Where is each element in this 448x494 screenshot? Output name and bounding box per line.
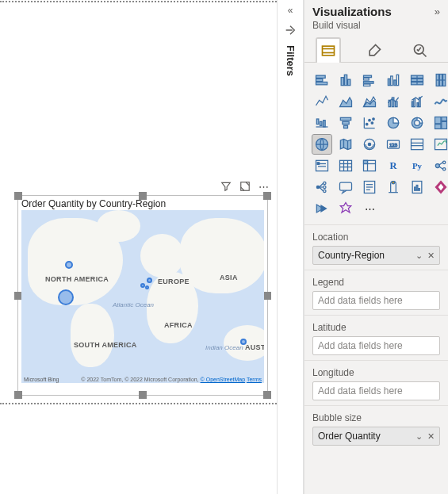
- map-bubble[interactable]: [65, 261, 73, 269]
- field-well[interactable]: Order Quantity ⌄ ✕: [312, 427, 440, 446]
- chart-type-line-clustered-column[interactable]: [408, 92, 427, 111]
- expand-filters-icon[interactable]: «: [288, 5, 293, 16]
- filter-icon[interactable]: [220, 181, 232, 194]
- chart-type-slicer[interactable]: [312, 156, 331, 175]
- chart-type-paginated[interactable]: [408, 178, 427, 197]
- label-south-america: SOUTH AMERICA: [74, 341, 137, 349]
- svg-point-85: [324, 182, 326, 184]
- remove-field-icon[interactable]: ✕: [427, 251, 435, 261]
- chart-type-app-source[interactable]: [336, 199, 355, 218]
- chart-type-line-stacked-column[interactable]: [384, 92, 403, 111]
- chart-type-map[interactable]: [312, 135, 331, 154]
- chart-type-scatter[interactable]: [360, 113, 379, 132]
- chevron-down-icon[interactable]: ⌄: [415, 431, 423, 442]
- chart-type-ribbon[interactable]: [431, 92, 448, 111]
- label-australia: AUSTR: [245, 343, 264, 351]
- resize-handle[interactable]: [139, 391, 147, 399]
- chart-type-pie[interactable]: [384, 113, 403, 132]
- map-body[interactable]: NORTH AMERICA SOUTH AMERICA EUROPE AFRIC…: [21, 210, 264, 383]
- chart-type-power-automate[interactable]: [312, 199, 331, 218]
- map-visual[interactable]: Order Quantity by Country-Region NORTH A…: [17, 195, 268, 396]
- chart-type-goals[interactable]: [384, 178, 403, 197]
- chart-type-stacked-area[interactable]: [360, 92, 379, 111]
- bing-brand: Microsoft Bing: [24, 377, 59, 382]
- field-well[interactable]: Add data fields here: [312, 336, 440, 355]
- chart-type-arcgis[interactable]: [360, 135, 379, 154]
- resize-handle[interactable]: [139, 192, 147, 200]
- chart-type-stacked-column[interactable]: [336, 71, 355, 90]
- land-europe: [140, 234, 184, 278]
- filters-label[interactable]: Filters: [285, 45, 297, 76]
- chart-type-card[interactable]: 123: [384, 135, 403, 154]
- chart-type-matrix[interactable]: [360, 156, 379, 175]
- map-bubble[interactable]: [147, 278, 152, 283]
- chart-type-area[interactable]: [336, 92, 355, 111]
- more-visuals-icon[interactable]: ⋯: [360, 199, 379, 218]
- svg-rect-6: [316, 75, 326, 78]
- svg-rect-13: [364, 79, 370, 81]
- chart-type-treemap[interactable]: [431, 113, 448, 132]
- chart-type-key-influencers[interactable]: [431, 156, 448, 175]
- svg-rect-41: [344, 125, 348, 128]
- svg-text:R: R: [389, 160, 397, 171]
- svg-rect-91: [340, 182, 352, 190]
- chart-type-python-visual[interactable]: Py: [408, 156, 427, 175]
- chart-type-stacked-bar[interactable]: [312, 71, 331, 90]
- field-label: Bubble size: [312, 412, 440, 423]
- chart-type-clustered-bar[interactable]: [360, 71, 379, 90]
- attrib-terms-link[interactable]: Terms: [247, 377, 262, 382]
- attrib-osm-link[interactable]: © OpenStreetMap: [201, 377, 246, 382]
- land-south-america: [71, 304, 114, 367]
- chart-type-table[interactable]: [336, 156, 355, 175]
- svg-point-86: [324, 186, 326, 188]
- chart-type-stacked-bar-100[interactable]: [408, 71, 427, 90]
- chart-type-narrative[interactable]: [360, 178, 379, 197]
- report-canvas[interactable]: ⋯ Order Quantity by Country-Region NORTH…: [0, 0, 277, 494]
- chart-type-stacked-column-100[interactable]: [431, 71, 448, 90]
- svg-rect-60: [412, 139, 423, 149]
- map-bubble[interactable]: [240, 339, 247, 345]
- map-bubble[interactable]: [145, 285, 149, 289]
- field-label: Location: [312, 232, 440, 243]
- remove-field-icon[interactable]: ✕: [427, 431, 435, 442]
- chart-type-power-apps[interactable]: [431, 178, 448, 197]
- visualizations-pane: Visualizations » Build visual 123RPy⋯ Lo…: [304, 0, 448, 494]
- collapse-pane-icon[interactable]: »: [435, 6, 440, 17]
- focus-mode-icon[interactable]: [239, 181, 251, 194]
- chart-type-r-visual[interactable]: R: [384, 156, 403, 175]
- chart-type-qa[interactable]: [336, 178, 355, 197]
- tab-build-visual[interactable]: [316, 37, 341, 63]
- field-well-legend: Legend Add data fields here: [304, 270, 448, 315]
- pane-tabs: [304, 34, 448, 63]
- chart-type-funnel[interactable]: [336, 113, 355, 132]
- map-bubble[interactable]: [58, 289, 74, 305]
- label-asia: ASIA: [220, 274, 238, 281]
- chart-type-waterfall[interactable]: [312, 113, 331, 132]
- chart-type-clustered-column[interactable]: [384, 71, 403, 90]
- field-well[interactable]: Country-Region ⌄ ✕: [312, 246, 440, 265]
- resize-handle[interactable]: [263, 292, 271, 300]
- resize-handle[interactable]: [14, 391, 22, 399]
- svg-rect-53: [442, 121, 447, 128]
- svg-line-90: [320, 187, 324, 191]
- tab-analytics[interactable]: [408, 37, 433, 63]
- svg-line-5: [423, 53, 427, 57]
- field-well[interactable]: Add data fields here: [312, 291, 440, 310]
- field-placeholder: Add data fields here: [318, 385, 403, 396]
- chart-type-decomposition-tree[interactable]: [312, 178, 331, 197]
- chart-type-line[interactable]: [312, 92, 331, 111]
- tab-format-visual[interactable]: [362, 37, 387, 63]
- field-well[interactable]: Add data fields here: [312, 381, 440, 400]
- svg-rect-9: [341, 78, 343, 86]
- resize-handle[interactable]: [14, 192, 22, 200]
- chart-type-filled-map[interactable]: [336, 135, 355, 154]
- chart-type-kpi[interactable]: [431, 135, 448, 154]
- chart-type-multi-row-card[interactable]: [408, 135, 427, 154]
- svg-rect-17: [391, 76, 393, 86]
- resize-handle[interactable]: [263, 192, 271, 200]
- chevron-down-icon[interactable]: ⌄: [415, 251, 423, 261]
- chart-type-donut[interactable]: [408, 113, 427, 132]
- svg-point-57: [368, 143, 370, 145]
- resize-handle[interactable]: [263, 391, 271, 399]
- pane-subtitle: Build visual: [304, 20, 448, 34]
